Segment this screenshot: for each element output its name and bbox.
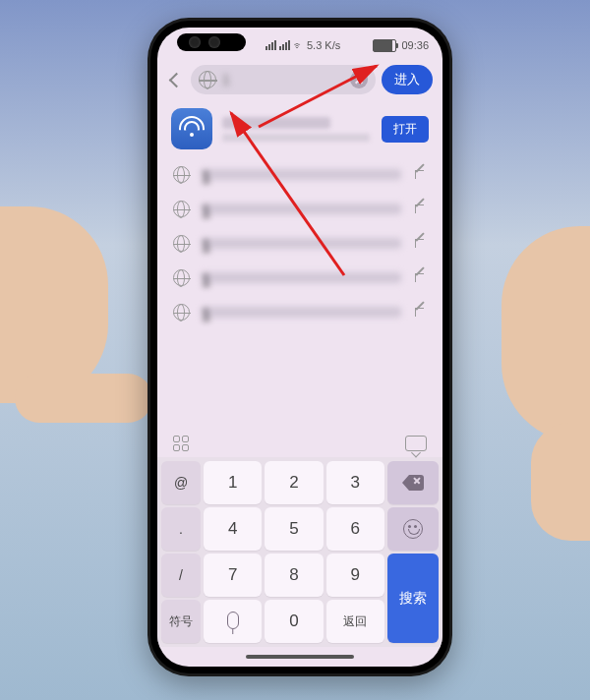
open-button[interactable]: 打开 bbox=[382, 116, 429, 143]
phone-frame: ᯤ 5.3 K/s 09:36 1 进入 bbox=[148, 18, 452, 676]
key-mic[interactable] bbox=[204, 600, 262, 643]
key-9[interactable]: 9 bbox=[326, 554, 384, 597]
back-button[interactable] bbox=[167, 71, 185, 88]
key-5[interactable]: 5 bbox=[265, 507, 323, 551]
address-bar-row: 1 进入 bbox=[157, 59, 442, 100]
key-at[interactable]: @ bbox=[161, 461, 201, 504]
numeric-keyboard: @ 1 2 3 . 4 5 6 / 7 8 9 搜索 符号 0 返回 bbox=[157, 457, 442, 647]
suggestion-item[interactable]: 1 bbox=[157, 192, 442, 226]
clock: 09:36 bbox=[401, 39, 429, 51]
address-value: 1 bbox=[222, 72, 344, 88]
suggestion-list: 1 1 1 1 1 bbox=[157, 157, 442, 329]
fill-arrow-icon[interactable] bbox=[413, 306, 427, 320]
key-dot[interactable]: . bbox=[161, 507, 201, 551]
suggestion-item[interactable]: 1 bbox=[157, 295, 442, 329]
fill-arrow-icon[interactable] bbox=[413, 237, 427, 251]
key-8[interactable]: 8 bbox=[265, 554, 323, 597]
apps-grid-icon[interactable] bbox=[173, 436, 189, 451]
keyboard-toolbar bbox=[157, 430, 442, 457]
key-slash[interactable]: / bbox=[161, 554, 201, 597]
key-3[interactable]: 3 bbox=[326, 461, 384, 504]
suggestion-item[interactable]: 1 bbox=[157, 226, 442, 261]
enter-button[interactable]: 进入 bbox=[382, 65, 433, 94]
battery-icon bbox=[373, 39, 396, 52]
key-4[interactable]: 4 bbox=[204, 507, 262, 551]
signal-icon bbox=[266, 40, 276, 50]
wifi-status-icon: ᯤ bbox=[293, 39, 304, 51]
key-1[interactable]: 1 bbox=[204, 461, 262, 504]
key-symbols[interactable]: 符号 bbox=[161, 600, 201, 643]
fill-arrow-icon[interactable] bbox=[413, 271, 427, 285]
app-icon bbox=[171, 108, 212, 149]
globe-icon bbox=[173, 201, 190, 217]
network-speed: 5.3 K/s bbox=[307, 39, 340, 51]
key-7[interactable]: 7 bbox=[204, 554, 262, 597]
app-suggestion[interactable]: 打开 bbox=[157, 100, 442, 157]
suggestion-item[interactable]: 1 bbox=[157, 157, 442, 192]
hide-keyboard-icon[interactable] bbox=[405, 436, 427, 451]
globe-icon bbox=[173, 166, 190, 183]
globe-icon bbox=[173, 304, 190, 321]
key-search[interactable]: 搜索 bbox=[387, 554, 439, 643]
fill-arrow-icon[interactable] bbox=[413, 168, 427, 182]
globe-icon bbox=[173, 235, 190, 252]
globe-icon bbox=[173, 269, 190, 286]
key-2[interactable]: 2 bbox=[265, 461, 323, 504]
gesture-bar[interactable] bbox=[157, 647, 442, 667]
key-emoji[interactable] bbox=[387, 507, 439, 551]
key-0[interactable]: 0 bbox=[265, 600, 323, 643]
globe-icon bbox=[199, 71, 216, 88]
screen: ᯤ 5.3 K/s 09:36 1 进入 bbox=[157, 28, 442, 667]
signal-icon-2 bbox=[279, 40, 290, 50]
key-6[interactable]: 6 bbox=[326, 507, 384, 551]
clear-icon[interactable] bbox=[350, 71, 368, 88]
camera-notch bbox=[177, 33, 246, 51]
suggestion-item[interactable]: 1 bbox=[157, 261, 442, 295]
fill-arrow-icon[interactable] bbox=[413, 203, 427, 216]
key-backspace[interactable] bbox=[387, 461, 439, 504]
app-text bbox=[222, 117, 372, 142]
address-bar[interactable]: 1 bbox=[191, 65, 376, 94]
key-return[interactable]: 返回 bbox=[326, 600, 384, 643]
